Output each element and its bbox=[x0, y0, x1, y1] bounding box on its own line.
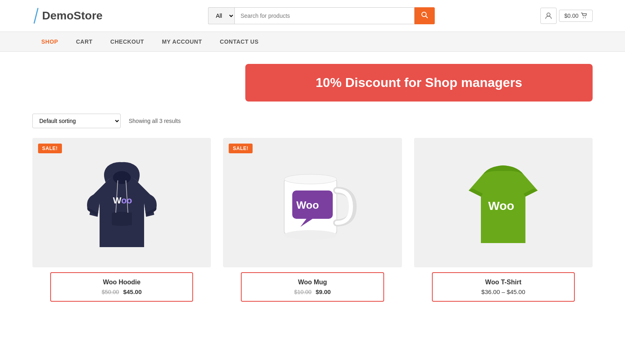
discount-banner-text: 10% Discount for Shop managers bbox=[316, 75, 522, 90]
discount-banner: 10% Discount for Shop managers bbox=[245, 64, 593, 102]
price-new-mug: $9.00 bbox=[316, 288, 331, 295]
product-info-mug: Woo Mug $10.00 $9.00 bbox=[241, 272, 384, 302]
header: DemoStore All $0.00 bbox=[0, 0, 625, 32]
nav-item-checkout[interactable]: CHECKOUT bbox=[102, 32, 153, 51]
svg-point-3 bbox=[547, 13, 550, 16]
product-info-hoodie: Woo Hoodie $50.00 $45.00 bbox=[50, 272, 193, 302]
product-prices-tshirt: $36.00 – $45.00 bbox=[441, 288, 566, 295]
sort-select[interactable]: Default sorting Sort by popularity Sort … bbox=[32, 114, 121, 128]
sale-badge-mug: SALE! bbox=[229, 144, 253, 153]
cart-total[interactable]: $0.00 bbox=[559, 10, 593, 22]
products-grid: SALE! Woo bbox=[32, 138, 593, 302]
nav-item-myaccount[interactable]: MY ACCOUNT bbox=[153, 32, 211, 51]
product-image-tshirt: Woo bbox=[414, 138, 593, 267]
svg-text:Woo: Woo bbox=[113, 195, 132, 205]
controls-row: Default sorting Sort by popularity Sort … bbox=[32, 114, 593, 128]
search-category-select[interactable]: All bbox=[208, 7, 234, 24]
logo[interactable]: DemoStore bbox=[32, 8, 102, 24]
product-info-tshirt: Woo T-Shirt $36.00 – $45.00 bbox=[432, 272, 575, 302]
product-name-hoodie: Woo Hoodie bbox=[59, 279, 184, 286]
header-right: $0.00 bbox=[540, 8, 593, 24]
logo-text: DemoStore bbox=[42, 9, 102, 22]
product-card-tshirt[interactable]: Woo Woo T-Shirt $36.00 – $45.00 bbox=[414, 138, 593, 302]
sale-badge-hoodie: SALE! bbox=[38, 144, 62, 153]
svg-point-6 bbox=[113, 171, 131, 184]
svg-line-0 bbox=[34, 8, 38, 23]
results-count: Showing all 3 results bbox=[129, 118, 181, 124]
svg-text:Woo: Woo bbox=[296, 199, 319, 211]
nav-link-myaccount[interactable]: MY ACCOUNT bbox=[153, 32, 211, 51]
price-new-hoodie: $45.00 bbox=[123, 288, 142, 295]
product-card-hoodie[interactable]: SALE! Woo bbox=[32, 138, 211, 302]
svg-point-4 bbox=[583, 17, 584, 18]
product-card-mug[interactable]: SALE! Woo bbox=[223, 138, 402, 302]
nav-link-checkout[interactable]: CHECKOUT bbox=[102, 32, 153, 51]
svg-text:Woo: Woo bbox=[488, 199, 514, 212]
search-area: All bbox=[208, 7, 435, 24]
product-name-tshirt: Woo T-Shirt bbox=[441, 279, 566, 286]
nav-link-cart[interactable]: CART bbox=[67, 32, 102, 51]
user-account-button[interactable] bbox=[540, 8, 557, 24]
nav-item-contact[interactable]: CONTACT US bbox=[211, 32, 268, 51]
product-image-mug: SALE! Woo bbox=[223, 138, 402, 267]
nav-link-contact[interactable]: CONTACT US bbox=[211, 32, 268, 51]
product-prices-hoodie: $50.00 $45.00 bbox=[59, 288, 184, 295]
nav-link-shop[interactable]: SHOP bbox=[32, 32, 67, 51]
price-range-tshirt: $36.00 – $45.00 bbox=[481, 288, 525, 295]
svg-point-11 bbox=[284, 230, 337, 240]
navbar: SHOP CART CHECKOUT MY ACCOUNT CONTACT US bbox=[0, 32, 625, 52]
cart-amount: $0.00 bbox=[564, 13, 578, 19]
svg-point-15 bbox=[284, 174, 337, 184]
price-old-mug: $10.00 bbox=[294, 289, 312, 295]
nav-item-cart[interactable]: CART bbox=[67, 32, 102, 51]
nav-item-shop[interactable]: SHOP bbox=[32, 32, 67, 51]
product-name-mug: Woo Mug bbox=[250, 279, 375, 286]
search-button[interactable] bbox=[415, 7, 435, 24]
product-prices-mug: $10.00 $9.00 bbox=[250, 288, 375, 295]
product-image-hoodie: SALE! Woo bbox=[32, 138, 211, 267]
search-input[interactable] bbox=[234, 7, 415, 24]
svg-line-2 bbox=[426, 16, 428, 18]
main-content: 10% Discount for Shop managers Default s… bbox=[0, 52, 625, 314]
price-old-hoodie: $50.00 bbox=[102, 289, 119, 295]
svg-point-5 bbox=[585, 17, 586, 18]
